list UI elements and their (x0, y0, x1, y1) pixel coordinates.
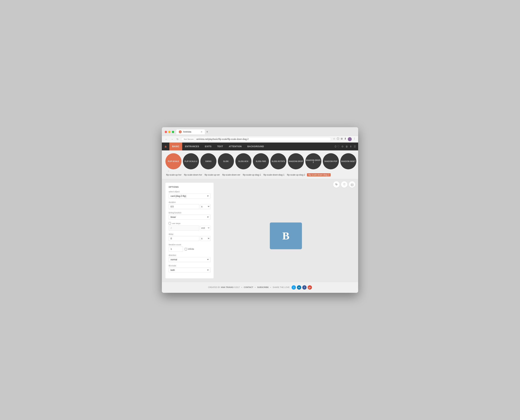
timing-function-group: timing-function linear ease ease-in ease… (169, 212, 210, 220)
options-title: OPTIONS (169, 186, 210, 188)
google-icon[interactable]: g+ (308, 285, 312, 290)
nav-right: 0 ♡ ⚙ 🗑 ⬇ ☰ (335, 145, 358, 148)
tab-close-icon[interactable]: ✕ (201, 131, 202, 133)
replay-button[interactable]: ↻ (333, 181, 339, 188)
new-tab-button[interactable]: + (206, 130, 209, 134)
animation-selector: FLIP-SCALE FLIP-SCALE-2 SWING SLIDE SLID… (162, 150, 358, 179)
duration-group: duration s ms (169, 201, 210, 209)
preview-canvas: B (214, 190, 358, 282)
footer-contact[interactable]: CONTACT (244, 286, 253, 288)
delay-unit-select[interactable]: s ms (200, 236, 210, 241)
duration-unit-select[interactable]: s ms (200, 204, 210, 209)
infinite-checkbox[interactable] (185, 248, 187, 250)
select-object-dropdown[interactable]: card (diag-2-flip) box text (169, 194, 210, 199)
delay-input[interactable] (169, 236, 199, 241)
browser-tab[interactable]: a Animista ✕ (176, 129, 205, 134)
download-icon[interactable]: ⬇ (350, 145, 352, 148)
title-bar: a Animista ✕ + (162, 127, 358, 136)
reload-button[interactable]: ↻ (176, 137, 179, 141)
variant-flip-scale-down-hor[interactable]: flip-scale-down-hor (183, 173, 203, 176)
direction-label: direction (169, 254, 210, 256)
nav-item-basic[interactable]: BASIC (169, 142, 182, 150)
filter-icon[interactable]: ⚙ (341, 145, 344, 148)
traffic-lights (165, 131, 174, 133)
twitter-icon[interactable]: t (292, 285, 296, 290)
anim-circle-flip-scale-2[interactable]: FLIP-SCALE-2 (183, 153, 199, 169)
avatar[interactable] (348, 137, 352, 141)
close-button[interactable] (165, 131, 167, 133)
use-steps-label: use steps (172, 222, 181, 225)
circles-row: FLIP-SCALE FLIP-SCALE-2 SWING SLIDE SLID… (162, 153, 358, 169)
direction-dropdown[interactable]: normal reverse alternate alternate-rever… (169, 257, 210, 262)
anim-circle-slide-rotate[interactable]: SLIDE-ROTATE (270, 153, 286, 169)
menu-icon[interactable]: ⋮ (353, 137, 356, 141)
anim-circle-swing[interactable]: SWING (200, 153, 217, 169)
nav-item-exits[interactable]: EXITS (202, 142, 214, 150)
code-button[interactable]: {·} (349, 181, 355, 188)
select-object-group: select object card (diag-2-flip) box tex… (169, 191, 210, 199)
nav-item-entrances[interactable]: ENTRANCES (182, 142, 202, 150)
delay-label: delay (169, 233, 210, 235)
anim-circle-shadow-inset[interactable]: SHADOW-INSET (340, 153, 356, 169)
variant-flip-scale-up-ver[interactable]: flip-scale-up-ver (204, 173, 220, 176)
nav-item-text[interactable]: TEXT (214, 142, 226, 150)
linkedin-icon[interactable]: in (297, 285, 301, 290)
tab-bar: a Animista ✕ + (176, 129, 355, 134)
address-input[interactable]: Not Secure | animista.net/play/basic/fli… (181, 137, 331, 141)
info-icon[interactable]: ⓘ (337, 137, 339, 141)
nav-item-attention[interactable]: ATTENTION (226, 142, 244, 150)
footer-icons: t in f g+ (292, 285, 312, 290)
security-indicator: Not Secure (184, 138, 194, 140)
back-button[interactable]: ← (164, 137, 168, 141)
duration-label: duration (169, 201, 210, 203)
anim-circle-shadow-drop[interactable]: SHADOW-DROP (288, 153, 304, 169)
animation-card: B (270, 223, 302, 249)
footer-separator-1: • (241, 286, 242, 288)
iteration-count-input[interactable] (169, 247, 183, 252)
variant-flip-scale-up-diag-1[interactable]: flip-scale-up-diag-1 (242, 173, 262, 176)
tab-favicon: a (179, 130, 182, 133)
infinite-label: infinite (185, 248, 194, 250)
browser-window: a Animista ✕ + ← → ↻ Not Secure | animis… (162, 127, 358, 293)
anim-circle-shadow-drop-2[interactable]: SHADOW-DROP-2 (305, 153, 321, 169)
footer-created-by: CREATED BY (208, 286, 220, 288)
save-icon[interactable]: ⬇ (344, 137, 346, 141)
variant-flip-scale-down-diag-1[interactable]: flip-scale-down-diag-1 (263, 173, 285, 176)
facebook-icon[interactable]: f (302, 285, 307, 290)
footer-separator-3: • (270, 286, 271, 288)
preview-area: ↻ ♡ {·} B (214, 179, 358, 282)
nav-item-background[interactable]: BACKGROUND (244, 142, 267, 150)
animation-variants: flip-scale-up-hor flip-scale-down-hor fl… (162, 172, 358, 179)
trash-icon[interactable]: 🗑 (346, 145, 348, 148)
variant-flip-scale-up-hor[interactable]: flip-scale-up-hor (166, 173, 182, 176)
select-object-label: select object (169, 191, 210, 193)
hamburger-icon[interactable]: ☰ (354, 145, 356, 148)
address-icons: ☆ ⓘ ⊞ ⬇ ⋮ (333, 137, 356, 141)
minimize-button[interactable] (168, 131, 171, 133)
options-panel: OPTIONS select object card (diag-2-flip)… (166, 183, 214, 278)
duration-input[interactable] (169, 204, 199, 209)
footer-author[interactable]: ANA TRAVAS (221, 286, 234, 288)
favorite-button[interactable]: ♡ (341, 181, 347, 188)
variant-flip-scale-down-diag-2[interactable]: flip-scale-down-diag-2 (307, 173, 331, 176)
anim-circle-slide[interactable]: SLIDE (218, 153, 234, 169)
fill-mode-dropdown[interactable]: both none forwards backwards (169, 268, 210, 273)
steps-end-select[interactable]: end start (200, 225, 210, 231)
variant-flip-scale-down-ver[interactable]: flip-scale-down-ver (222, 173, 241, 176)
steps-input[interactable] (169, 225, 199, 231)
maximize-button[interactable] (172, 131, 174, 133)
footer: CREATED BY ANA TRAVAS ©2017 • CONTACT • … (162, 282, 358, 293)
anim-circle-flip-scale[interactable]: FLIP-SCALE (166, 153, 181, 169)
timing-function-dropdown[interactable]: linear ease ease-in ease-out ease-in-out (169, 215, 210, 220)
footer-subscribe[interactable]: SUBSCRIBE (257, 286, 269, 288)
anim-circle-slide-fwd[interactable]: SLIDE-FWD (253, 153, 269, 169)
forward-button[interactable]: → (170, 137, 174, 141)
anim-circle-shadow-pop[interactable]: SHADOW-POP (323, 153, 339, 169)
preview-toolbar: ↻ ♡ {·} (214, 179, 358, 190)
anim-circle-slide-bck[interactable]: SLIDE-BCK (235, 153, 251, 169)
layers-icon[interactable]: ⊞ (341, 137, 343, 141)
bookmark-icon[interactable]: ☆ (333, 137, 335, 141)
tab-title: Animista (183, 131, 191, 133)
use-steps-checkbox[interactable] (169, 222, 171, 225)
variant-flip-scale-up-diag-2[interactable]: flip-scale-up-diag-2 (286, 173, 306, 176)
